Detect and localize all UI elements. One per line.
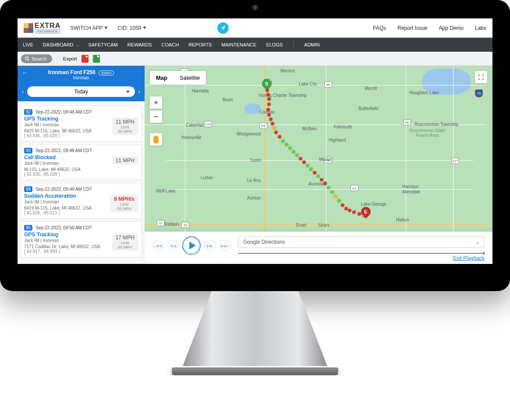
map-place-label: Caberfae bbox=[186, 123, 204, 128]
map-place-label: Baldwin bbox=[164, 222, 179, 227]
speed-limit-label: Limit bbox=[116, 241, 135, 245]
map-place-label: Harrietta bbox=[192, 89, 209, 93]
playback-bar: |◀◀ ◀◀ ▶▶ ▶▶| Google Directions ⌄ Exit P… bbox=[145, 231, 492, 264]
map-place-label: Evart bbox=[296, 223, 306, 228]
interstate-shield: 75 bbox=[475, 89, 483, 97]
switch-app-dropdown[interactable]: SWITCH APP bbox=[70, 25, 108, 31]
app-screen: EXTRA +TELEMATICS SWITCH APP CID: 1059 F… bbox=[18, 18, 492, 264]
map-type-satellite[interactable]: Satellite bbox=[174, 71, 206, 85]
link-faqs[interactable]: FAQs bbox=[373, 25, 386, 31]
pegman-icon bbox=[153, 135, 159, 143]
driver-name: Ironman bbox=[22, 75, 140, 80]
link-labs[interactable]: Labs bbox=[475, 25, 486, 31]
cid-label: CID: 1059 bbox=[117, 25, 141, 31]
route-shield: 66 bbox=[403, 119, 411, 125]
nav-reports[interactable]: REPORTS bbox=[188, 42, 212, 47]
export-pdf-button[interactable] bbox=[81, 55, 89, 63]
main-content: ← Ironman Ford F250 Switch Ironman ‹ Tod… bbox=[18, 66, 492, 264]
event-list[interactable]: 92 Sep-22-2022, 09:48 AM CDT GPS Trackin… bbox=[18, 101, 145, 264]
event-card[interactable]: 93 Sep-22-2022, 09:48 AM CDT Call Blocke… bbox=[20, 144, 142, 180]
next-day-button[interactable]: › bbox=[138, 89, 140, 95]
locate-button[interactable] bbox=[217, 22, 229, 34]
rewind-button[interactable]: ◀◀ bbox=[167, 240, 179, 251]
route-dot bbox=[266, 93, 270, 96]
map-place-label: Wolf Lake bbox=[156, 189, 175, 193]
event-card[interactable]: 92 Sep-22-2022, 09:48 AM CDT GPS Trackin… bbox=[20, 106, 142, 142]
date-dropdown[interactable]: Today bbox=[27, 86, 135, 97]
nav-maintenance[interactable]: MAINTENANCE bbox=[221, 42, 256, 47]
directions-dropdown[interactable]: Google Directions ⌄ bbox=[238, 236, 485, 248]
route-dot bbox=[292, 150, 295, 153]
play-button[interactable] bbox=[182, 236, 201, 255]
monitor-base bbox=[172, 367, 338, 375]
link-app-demo[interactable]: App Demo bbox=[439, 25, 464, 31]
zoom-controls: + − bbox=[150, 96, 162, 146]
route-dot bbox=[274, 131, 278, 134]
speed-value: 11 MPH bbox=[116, 119, 135, 125]
switch-vehicle-button[interactable]: Switch bbox=[99, 71, 114, 75]
zoom-out-button[interactable]: − bbox=[150, 110, 162, 123]
search-button[interactable]: Search bbox=[21, 54, 52, 63]
event-card[interactable]: 95 Sep-22-2022, 09:50 AM CDT GPS Trackin… bbox=[20, 221, 142, 257]
skip-end-button[interactable]: ▶▶| bbox=[219, 240, 230, 251]
map-road bbox=[453, 66, 453, 232]
map-place-label: Le Roy bbox=[247, 178, 261, 183]
back-button[interactable]: ← bbox=[22, 69, 28, 76]
event-number-badge: 95 bbox=[24, 225, 32, 231]
fullscreen-button[interactable] bbox=[475, 71, 487, 83]
map-road bbox=[326, 66, 326, 232]
map-type-toggle: Map Satellite bbox=[150, 71, 206, 85]
event-number-badge: 93 bbox=[24, 148, 32, 153]
forward-button[interactable]: ▶▶ bbox=[204, 240, 216, 251]
nav-safetycam[interactable]: SAFETYCAM bbox=[89, 42, 118, 47]
top-links: FAQs Report Issue App Demo Labs bbox=[373, 25, 486, 31]
map-place-label: Tustin bbox=[250, 158, 262, 163]
nav-rewards[interactable]: REWARDS bbox=[128, 42, 152, 47]
player-right: Google Directions ⌄ bbox=[238, 236, 485, 254]
search-label: Search bbox=[32, 56, 47, 61]
map-road bbox=[145, 224, 486, 225]
map-road bbox=[185, 66, 185, 232]
chevron-down-icon: ⌄ bbox=[475, 239, 480, 245]
map-place-label: Wedgewood bbox=[237, 132, 261, 136]
event-sidebar: ← Ironman Ford F250 Switch Ironman ‹ Tod… bbox=[18, 66, 145, 264]
top-bar: EXTRA +TELEMATICS SWITCH APP CID: 1059 F… bbox=[18, 18, 492, 38]
map-place-label: Roscommon Township bbox=[414, 122, 458, 127]
skip-start-button[interactable]: |◀◀ bbox=[152, 240, 164, 251]
event-card[interactable]: 94 Sep-22-2022, 09:49 AM CDT Sudden Acce… bbox=[20, 183, 142, 219]
progress-bar[interactable] bbox=[238, 253, 485, 254]
toolbar: Search Export bbox=[18, 52, 492, 66]
monitor-stand bbox=[183, 291, 327, 370]
streetview-pegman[interactable] bbox=[150, 133, 162, 146]
route-dot bbox=[267, 103, 271, 106]
route-dot bbox=[266, 108, 270, 111]
logo-text: EXTRA bbox=[35, 22, 60, 30]
map-place-label: Roscommon State Forest Area bbox=[403, 128, 451, 138]
nav-dashboard[interactable]: DASHBOARD ⌄ bbox=[43, 42, 79, 47]
link-report-issue[interactable]: Report Issue bbox=[397, 25, 427, 31]
speed-limit-label: Limit bbox=[116, 125, 135, 129]
location-arrow-icon bbox=[220, 25, 226, 31]
main-nav: LIVE DASHBOARD ⌄ SAFETYCAM REWARDS COACH… bbox=[18, 38, 492, 52]
date-selector: ‹ Today › bbox=[18, 84, 145, 101]
export-excel-button[interactable] bbox=[93, 55, 100, 63]
cid-dropdown[interactable]: CID: 1059 bbox=[117, 25, 146, 31]
nav-coach[interactable]: COACH bbox=[162, 42, 179, 47]
route-dot bbox=[302, 160, 306, 164]
nav-elogs[interactable]: ELOGS bbox=[266, 42, 283, 47]
nav-separator bbox=[293, 41, 294, 49]
nav-live[interactable]: LIVE bbox=[23, 42, 33, 47]
map-place-label: Luther bbox=[201, 175, 213, 180]
event-coords: [ 43.936, -85.028 ] bbox=[24, 172, 138, 177]
exit-playback-link[interactable]: Exit Playback bbox=[453, 255, 485, 261]
prev-day-button[interactable]: ‹ bbox=[22, 89, 24, 95]
zoom-in-button[interactable]: + bbox=[150, 96, 162, 109]
date-label: Today bbox=[74, 89, 88, 95]
route-dot bbox=[309, 167, 313, 171]
map-type-map[interactable]: Map bbox=[150, 71, 174, 85]
route-dot bbox=[330, 190, 334, 194]
nav-admin[interactable]: ADMIN bbox=[304, 42, 319, 47]
route-shield: 55 bbox=[259, 123, 267, 129]
speed-box: 8 MPH/s Limit 55 MPH bbox=[110, 195, 138, 212]
route-dot bbox=[273, 126, 276, 130]
